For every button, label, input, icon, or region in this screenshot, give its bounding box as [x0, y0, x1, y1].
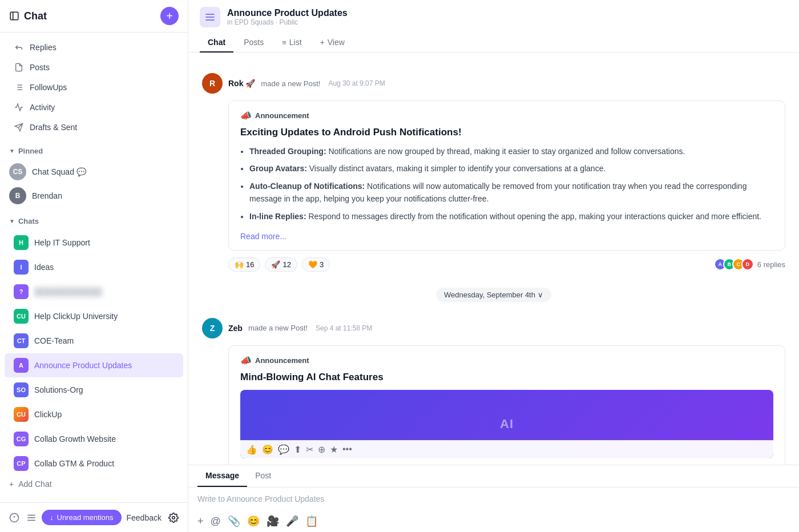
reaction-1-1[interactable]: 🙌16 [228, 257, 260, 272]
img-tool-star[interactable]: ★ [330, 444, 338, 455]
img-tool-share[interactable]: ⬆ [294, 444, 301, 455]
unread-mentions-button[interactable]: ↓ Unread mentions [42, 510, 122, 525]
pinned-brendan-label: Brendan [32, 191, 62, 200]
help-it-label: Help IT Support [34, 238, 90, 247]
info-icon[interactable] [9, 513, 19, 523]
author-action-2: made a new Post! [248, 324, 308, 332]
input-tab-message-label: Message [205, 471, 239, 480]
nav-item-posts[interactable]: Posts [5, 58, 183, 77]
pinned-chat-squad[interactable]: CS Chat Squad 💬 [0, 160, 188, 184]
author-row-2: Z Zeb made a new Post! Sep 4 at 11:58 PM [202, 318, 785, 338]
reaction-1-2[interactable]: 🚀12 [265, 257, 297, 272]
announcement-dot-2: 📣 [240, 355, 252, 366]
tab-view-label: View [328, 38, 345, 47]
blurred-label: ████████████ [34, 287, 102, 296]
reaction-1-3[interactable]: 🧡3 [302, 257, 330, 272]
add-button[interactable]: + [160, 7, 179, 25]
tab-chat[interactable]: Chat [200, 33, 233, 53]
chat-item-clickup[interactable]: CU ClickUp [5, 402, 183, 426]
input-tool-emoji[interactable]: 😊 [247, 515, 260, 527]
input-toolbar: + @ 📎 😊 🎥 🎤 📋 [188, 510, 799, 532]
nav-followups-label: FollowUps [30, 83, 67, 92]
input-tool-at[interactable]: @ [211, 515, 221, 527]
img-tool-chat[interactable]: 💬 [278, 444, 289, 455]
list-tab-icon: ≡ [282, 38, 286, 47]
reply-avatar-4: D [741, 258, 754, 271]
message-group-2: Z Zeb made a new Post! Sep 4 at 11:58 PM… [188, 309, 799, 465]
list-icon[interactable] [26, 513, 37, 523]
brendan-avatar: B [9, 187, 26, 204]
pinned-section-header[interactable]: ▼ Pinned [0, 142, 188, 160]
pinned-arrow-icon: ▼ [9, 148, 15, 154]
sidebar-nav: Replies Posts FollowUps Activity Drafts … [0, 33, 188, 502]
chat-item-solutions-org[interactable]: SO Solutions-Org [5, 378, 183, 402]
collab-gtm-label: Collab GTM & Product [34, 459, 114, 468]
tab-posts[interactable]: Posts [236, 33, 272, 53]
img-tool-emoji[interactable]: 😊 [262, 444, 273, 455]
reactions-replies-row-1: 🙌16 🚀12 🧡3 A B C D 6 replies [228, 257, 785, 272]
bullet-text-1: Notifications are now grouped by thread,… [326, 147, 685, 156]
bullet-text-4: Respond to messages directly from the no… [306, 212, 761, 221]
input-tool-mic[interactable]: 🎤 [286, 515, 298, 527]
chat-item-help-it[interactable]: H Help IT Support [5, 231, 183, 255]
chat-item-clickup-uni[interactable]: CU Help ClickUp University [5, 304, 183, 328]
add-chat-item[interactable]: + Add Chat [0, 476, 188, 492]
input-tool-video[interactable]: 🎥 [267, 515, 279, 527]
nav-item-drafts[interactable]: Drafts & Sent [5, 118, 183, 137]
ideas-label: Ideas [34, 263, 54, 272]
pinned-brendan[interactable]: B Brendan [0, 184, 188, 208]
tab-list[interactable]: ≡ List [274, 33, 309, 53]
bullet-bold-3: Auto-Cleanup of Notifications: [249, 182, 365, 191]
input-tab-message[interactable]: Message [197, 465, 247, 487]
read-more-link-1[interactable]: Read more... [240, 232, 286, 241]
bullet-bold-4: In-line Replies: [249, 212, 306, 221]
message-time-1: Aug 30 at 9:07 PM [328, 79, 385, 87]
chat-item-collab-gtm[interactable]: CP Collab GTM & Product [5, 452, 183, 475]
nav-item-activity[interactable]: Activity [5, 98, 183, 117]
img-tool-scissors[interactable]: ✂ [306, 444, 313, 455]
nav-drafts-label: Drafts & Sent [30, 123, 77, 132]
post-body-1: Threaded Grouping: Notifications are now… [240, 145, 773, 223]
messages-area: R Rok 🚀 made a new Post! Aug 30 at 9:07 … [188, 53, 799, 465]
chat-item-announce[interactable]: A Announce Product Updates [5, 353, 183, 377]
nav-item-replies[interactable]: Replies [5, 38, 183, 57]
chat-item-blurred[interactable]: ? ████████████ [5, 280, 183, 304]
clickup-avatar: CU [14, 407, 29, 422]
channel-title-row: Announce Product Updates in EPD Squads ·… [200, 7, 788, 33]
settings-icon[interactable] [168, 513, 179, 523]
channel-name: Announce Product Updates [227, 8, 348, 18]
input-tool-plus[interactable]: + [197, 515, 204, 527]
date-pill[interactable]: Wednesday, September 4th ∨ [436, 288, 551, 302]
collab-gtm-avatar: CP [14, 456, 29, 471]
input-tool-attach[interactable]: 📋 [305, 515, 318, 527]
sidebar-title: Chat [9, 10, 47, 22]
author-avatar-rok: R [202, 73, 223, 94]
tab-view[interactable]: + View [312, 33, 353, 53]
help-it-avatar: H [14, 235, 29, 250]
sidebar-collapse-icon[interactable] [9, 11, 19, 21]
reply-avatars-1: A B C D [717, 258, 754, 271]
add-chat-plus-icon: + [9, 479, 14, 489]
chat-item-collab-growth[interactable]: CG Collab Growth Website [5, 427, 183, 451]
message-group-1: R Rok 🚀 made a new Post! Aug 30 at 9:07 … [188, 64, 799, 281]
input-tool-clip[interactable]: 📎 [228, 515, 240, 527]
feedback-button[interactable]: Feedback [127, 513, 162, 522]
chat-item-ideas[interactable]: I Ideas [5, 255, 183, 279]
replies-row-1[interactable]: A B C D 6 replies [717, 258, 785, 271]
reply-count-1: 6 replies [757, 260, 785, 269]
chats-section-header[interactable]: ▼ Chats [0, 212, 188, 230]
author-name-rok: Rok 🚀 [228, 79, 255, 88]
nav-item-followups[interactable]: FollowUps [5, 78, 183, 97]
img-tool-like[interactable]: 👍 [246, 444, 257, 455]
img-tool-dots-2[interactable]: ••• [342, 444, 352, 454]
bullet-bold-1: Threaded Grouping: [249, 147, 326, 156]
arrow-down-icon: ↓ [50, 513, 54, 522]
sidebar-footer: ↓ Unread mentions Feedback [0, 502, 188, 532]
img-tool-dots-1[interactable]: ⊕ [318, 444, 325, 455]
chat-item-coe-team[interactable]: CT COE-Team [5, 329, 183, 353]
input-placeholder[interactable]: Write to Announce Product Updates [188, 487, 799, 510]
chats-section-label: Chats [18, 217, 39, 225]
nav-posts-label: Posts [30, 63, 50, 72]
input-tab-post[interactable]: Post [247, 465, 279, 487]
post-card-2: 📣 Announcement Mind-Blowing AI Chat Feat… [228, 345, 785, 465]
